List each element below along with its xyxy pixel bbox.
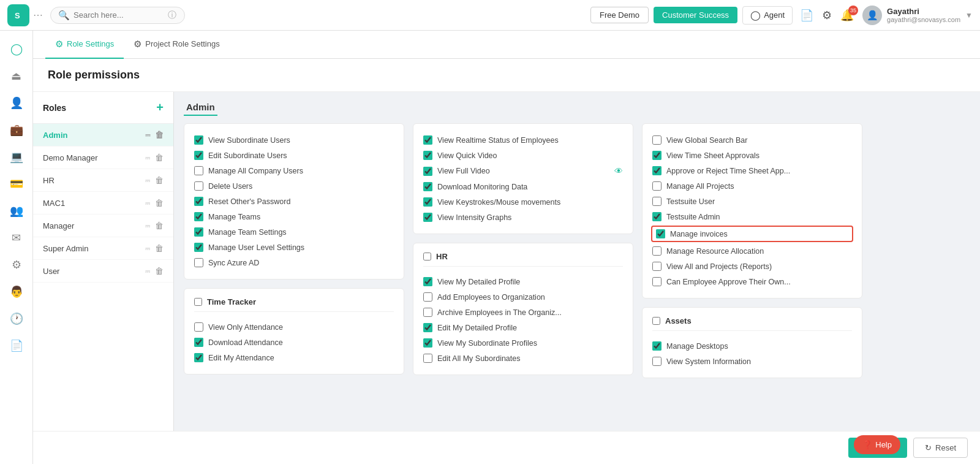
cb-edit-all-my-subordinates[interactable] <box>423 354 432 363</box>
delete-role-mac1[interactable]: 🗑 <box>155 198 164 208</box>
sidebar-item-file[interactable]: 📄 <box>4 333 29 358</box>
perm-label-manage-invoices: Manage invoices <box>670 230 848 238</box>
cb-testsuite-user[interactable] <box>652 197 662 206</box>
user-menu[interactable]: 👤 Gayathri gayathri@snovasys.com ▼ <box>862 6 973 25</box>
perm-view-keystrokes: View Keystrokes/Mouse movements <box>423 194 623 210</box>
cb-time-tracker-group[interactable] <box>194 298 202 306</box>
perm-view-quick-video: View Quick Video <box>423 148 623 163</box>
role-item-admin[interactable]: Admin ⎓ 🗑 <box>33 124 173 146</box>
perm-label-testsuite-admin: Testsuite Admin <box>666 213 852 221</box>
cb-archive-employees[interactable] <box>423 308 432 317</box>
free-demo-button[interactable]: Free Demo <box>590 7 649 23</box>
cb-view-time-sheet-approvals[interactable] <box>652 151 662 160</box>
cb-view-keystrokes[interactable] <box>423 197 432 207</box>
sidebar-item-clock[interactable]: 🕐 <box>4 306 29 331</box>
sidebar-item-card[interactable]: 💳 <box>4 172 29 196</box>
sidebar-item-group[interactable]: 👥 <box>4 199 29 223</box>
delete-role-user[interactable]: 🗑 <box>155 266 164 276</box>
cb-manage-team-settings[interactable] <box>194 227 203 237</box>
cb-edit-subordinate-users[interactable] <box>194 151 203 160</box>
cb-view-subordinate-users[interactable] <box>194 135 203 145</box>
cb-manage-desktops[interactable] <box>652 341 662 351</box>
cb-reset-password[interactable] <box>194 197 203 206</box>
cb-testsuite-admin[interactable] <box>652 212 662 221</box>
cb-manage-invoices[interactable] <box>656 229 665 238</box>
expand-icon[interactable]: ⋯ <box>33 9 43 21</box>
copy-role-user[interactable]: ⎓ <box>145 266 150 276</box>
cb-sync-azure-ad[interactable] <box>194 258 203 267</box>
cb-download-monitoring-data[interactable] <box>423 182 432 191</box>
delete-role-super-admin[interactable]: 🗑 <box>155 243 164 253</box>
cb-assets-group[interactable] <box>652 317 660 325</box>
cb-view-my-subordinate-profiles[interactable] <box>423 338 432 348</box>
sidebar-item-settings[interactable]: ⚙ <box>4 253 29 277</box>
document-icon[interactable]: 📄 <box>800 9 813 22</box>
cb-view-intensity-graphs[interactable] <box>423 213 432 222</box>
cb-view-only-attendance[interactable] <box>194 322 203 332</box>
cb-view-quick-video[interactable] <box>423 151 432 160</box>
perm-label-approve-reject-time-sheet: Approve or Reject Time Sheet App... <box>666 167 852 175</box>
app-logo: S <box>7 4 29 26</box>
agent-button[interactable]: ◯ Agent <box>742 6 793 25</box>
role-item-demo-manager[interactable]: Demo Manager ⎓ 🗑 <box>33 146 173 169</box>
delete-role-admin[interactable]: 🗑 <box>155 130 164 140</box>
sidebar-item-person2[interactable]: 👨 <box>4 280 29 304</box>
role-item-mac1[interactable]: MAC1 ⎓ 🗑 <box>33 192 173 215</box>
info-icon[interactable]: ⓘ <box>168 10 176 21</box>
role-item-super-admin[interactable]: Super Admin ⎓ 🗑 <box>33 237 173 260</box>
sidebar-item-users[interactable]: 👤 <box>4 91 29 115</box>
cb-delete-users[interactable] <box>194 181 203 191</box>
cb-edit-my-detailed-profile[interactable] <box>423 323 432 332</box>
search-input[interactable] <box>74 10 165 20</box>
settings-icon[interactable]: ⚙ <box>822 9 832 22</box>
tab-project-role-settings[interactable]: ⚙ Project Role Settings <box>124 31 229 59</box>
copy-role-super-admin[interactable]: ⎓ <box>145 243 150 253</box>
cb-add-employees[interactable] <box>423 292 432 302</box>
sidebar-item-home[interactable]: ◯ <box>4 37 29 61</box>
cb-manage-resource-allocation[interactable] <box>652 246 662 256</box>
tab-role-settings[interactable]: ⚙ Role Settings <box>45 31 124 59</box>
copy-role-manager[interactable]: ⎓ <box>145 221 150 230</box>
cb-edit-my-attendance[interactable] <box>194 353 203 362</box>
reset-button[interactable]: ↻ Reset <box>913 438 968 458</box>
roles-panel-header: Roles + <box>33 92 173 124</box>
copy-role-demo-manager[interactable]: ⎓ <box>145 153 150 162</box>
cb-view-all-projects-reports[interactable] <box>652 262 662 271</box>
copy-role-mac1[interactable]: ⎓ <box>145 198 150 208</box>
help-button[interactable]: ❓ Help <box>854 435 900 454</box>
copy-role-hr[interactable]: ⎓ <box>145 175 150 185</box>
cb-view-full-video[interactable] <box>423 167 432 176</box>
cb-manage-user-level-settings[interactable] <box>194 243 203 252</box>
perm-label-view-time-sheet-approvals: View Time Sheet Approvals <box>666 151 852 160</box>
notification-icon[interactable]: 🔔 35 <box>840 9 854 22</box>
cb-can-employee-approve-own[interactable] <box>652 277 662 286</box>
delete-role-hr[interactable]: 🗑 <box>155 175 164 185</box>
cb-view-my-detailed-profile[interactable] <box>423 277 432 286</box>
perm-view-only-attendance: View Only Attendance <box>194 319 394 335</box>
perm-view-subordinate-users: View Subordinate Users <box>194 132 394 148</box>
sidebar-item-briefcase[interactable]: 💼 <box>4 118 29 142</box>
sidebar-item-mail[interactable]: ✉ <box>4 226 29 250</box>
cb-manage-all-projects[interactable] <box>652 181 662 191</box>
cb-manage-teams[interactable] <box>194 212 203 221</box>
customer-success-button[interactable]: Customer Success <box>654 7 737 23</box>
copy-role-admin[interactable]: ⎓ <box>145 130 150 140</box>
perm-can-employee-approve-own: Can Employee Approve Their Own... <box>652 274 852 289</box>
sidebar-item-monitor[interactable]: 💻 <box>4 145 29 169</box>
role-item-user[interactable]: User ⎓ 🗑 <box>33 260 173 283</box>
delete-role-manager[interactable]: 🗑 <box>155 221 164 230</box>
cb-manage-all-company-users[interactable] <box>194 166 203 175</box>
cb-view-global-search-bar[interactable] <box>652 135 662 145</box>
cb-download-attendance[interactable] <box>194 338 203 347</box>
cb-approve-reject-time-sheet[interactable] <box>652 166 662 175</box>
role-item-manager[interactable]: Manager ⎓ 🗑 <box>33 215 173 237</box>
role-item-hr[interactable]: HR ⎓ 🗑 <box>33 169 173 192</box>
cb-view-realtime-status[interactable] <box>423 135 432 145</box>
role-name-manager: Manager <box>43 221 74 230</box>
cb-hr-group[interactable] <box>423 253 431 261</box>
help-icon: ❓ <box>862 440 872 449</box>
cb-view-system-information[interactable] <box>652 357 662 366</box>
sidebar-item-tv[interactable]: ⏏ <box>4 64 29 88</box>
delete-role-demo-manager[interactable]: 🗑 <box>155 153 164 162</box>
add-role-button[interactable]: + <box>156 101 164 115</box>
